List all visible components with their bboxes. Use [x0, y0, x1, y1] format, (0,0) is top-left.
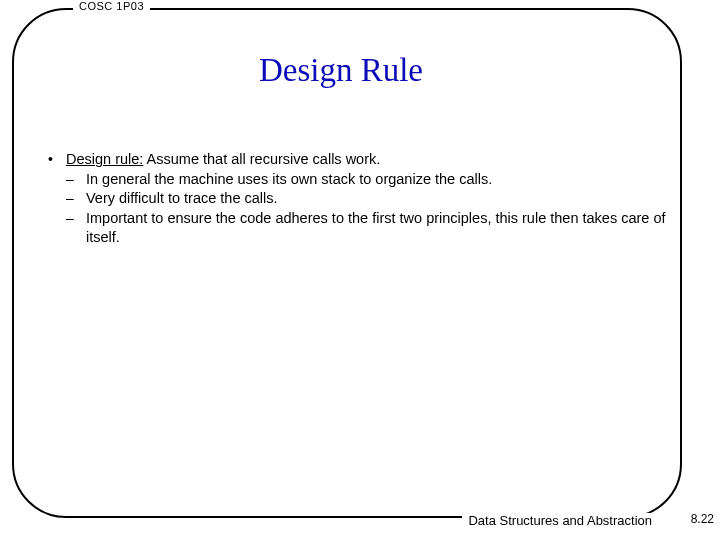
sub-marker: –: [66, 170, 86, 190]
sub-text: Very difficult to trace the calls.: [86, 189, 668, 209]
bullet-rest: Assume that all recursive calls work.: [143, 151, 380, 167]
sub-bullet-item: – Very difficult to trace the calls.: [44, 189, 668, 209]
footer-course-title: Data Structures and Abstraction: [462, 513, 658, 528]
sub-text: Important to ensure the code adheres to …: [86, 209, 668, 248]
page-number: 8.22: [691, 512, 714, 526]
sub-bullet-item: – Important to ensure the code adheres t…: [44, 209, 668, 248]
sub-text: In general the machine uses its own stac…: [86, 170, 668, 190]
course-code-label: COSC 1P03: [73, 0, 150, 12]
sub-marker: –: [66, 189, 86, 209]
sub-bullet-item: – In general the machine uses its own st…: [44, 170, 668, 190]
bullet-marker: •: [44, 150, 66, 170]
slide-title: Design Rule: [0, 52, 682, 89]
slide-content: • Design rule: Assume that all recursive…: [44, 150, 668, 248]
bullet-text: Design rule: Assume that all recursive c…: [66, 150, 668, 170]
bullet-lead: Design rule:: [66, 151, 143, 167]
bullet-item: • Design rule: Assume that all recursive…: [44, 150, 668, 170]
sub-marker: –: [66, 209, 86, 248]
